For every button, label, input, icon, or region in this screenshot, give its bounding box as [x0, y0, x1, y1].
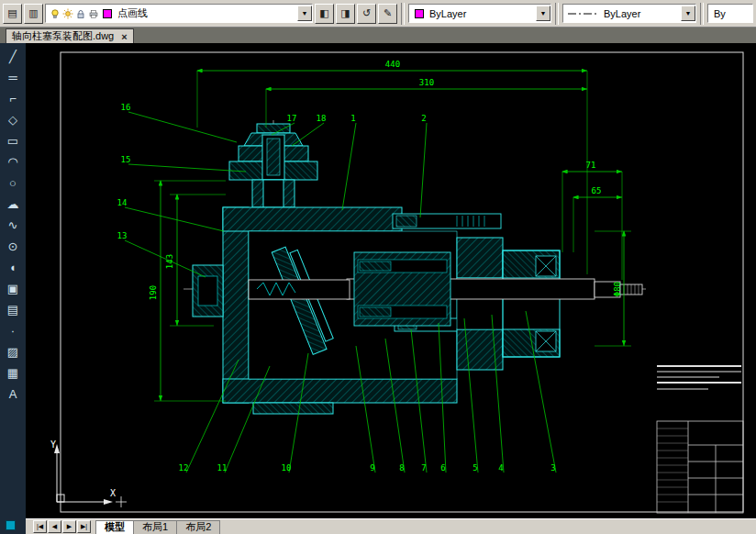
- layout-tab-模型[interactable]: 模型: [95, 520, 134, 534]
- dimension-143: 143: [165, 254, 174, 269]
- toolbar-separator: [700, 3, 704, 25]
- layout-tabs: 模型布局1布局2: [95, 520, 219, 534]
- rectangle-tool-button[interactable]: ▭: [2, 130, 24, 150]
- layer-states-button[interactable]: ▥: [24, 4, 43, 24]
- callout-6: 6: [440, 463, 445, 473]
- draw-toolbar: ╱═⌐◇▭◠○☁∿⊙◖▣▤∙▨▦A: [0, 43, 26, 534]
- layer-update-button[interactable]: ↺: [357, 4, 376, 24]
- lineweight-value: By: [714, 8, 726, 19]
- toolbar-separator: [555, 3, 559, 25]
- construction-line-tool-button[interactable]: ═: [2, 67, 24, 87]
- pump-top-cap: [229, 124, 317, 207]
- title-block: [657, 421, 743, 513]
- layer-edit-button[interactable]: ✎: [378, 4, 397, 24]
- color-swatch: [415, 9, 424, 18]
- callout-leader-14: [125, 207, 224, 231]
- linetype-combo[interactable]: ByLayer ▼: [562, 4, 696, 23]
- callout-9: 9: [370, 463, 374, 473]
- callout-leader-15: [128, 164, 246, 172]
- callout-13: 13: [117, 231, 128, 240]
- right-housing: [457, 238, 560, 370]
- polygon-tool-button[interactable]: ◇: [2, 109, 24, 129]
- color-combo-arrow[interactable]: ▼: [536, 6, 550, 21]
- arc-tool-button[interactable]: ◠: [2, 151, 24, 172]
- dimension-190: 190: [149, 285, 158, 300]
- color-combo[interactable]: ByLayer ▼: [408, 4, 551, 23]
- file-tab-title: 轴向柱塞泵装配图.dwg: [12, 29, 114, 43]
- toolbar-separator: [401, 3, 405, 25]
- spline-tool-button[interactable]: ∿: [2, 215, 24, 235]
- linetype-value: ByLayer: [604, 8, 640, 19]
- region-tool-button[interactable]: ▦: [2, 362, 24, 383]
- bulb-icon[interactable]: [49, 7, 61, 20]
- layout-nav-button-0[interactable]: |◀: [33, 520, 47, 533]
- callout-12: 12: [179, 463, 189, 473]
- layout-nav-button-3[interactable]: ▶|: [77, 520, 91, 533]
- pump-assembly-drawing: Y X 161514131718121211109876543440310716…: [26, 43, 756, 518]
- color-value: ByLayer: [429, 8, 466, 19]
- layer-color-swatch: [103, 9, 112, 18]
- callout-4: 4: [498, 463, 503, 473]
- layout-nav: |◀◀▶▶|: [33, 520, 91, 533]
- make-object-layer-current-button[interactable]: ◧: [315, 4, 334, 24]
- layout-tab-布局1[interactable]: 布局1: [133, 520, 177, 534]
- callout-17: 17: [287, 114, 297, 123]
- dimension-310: 310: [419, 78, 434, 87]
- callout-leader-12: [186, 360, 239, 473]
- file-tab-bar: 轴向柱塞泵装配图.dwg ×: [0, 28, 756, 43]
- callout-15: 15: [121, 155, 131, 164]
- line-tool-button[interactable]: ╱: [2, 46, 24, 66]
- dimension-Φ80: Φ80: [613, 282, 622, 296]
- drawing-canvas[interactable]: Y X 161514131718121211109876543440310716…: [26, 43, 756, 518]
- callout-leader-2: [420, 123, 427, 217]
- callout-3: 3: [550, 463, 555, 473]
- callout-8: 8: [399, 463, 404, 473]
- circle-tool-button[interactable]: ○: [2, 172, 24, 193]
- layout-tab-布局2[interactable]: 布局2: [176, 520, 220, 534]
- text-tool-button[interactable]: A: [2, 384, 24, 404]
- make-block-tool-button[interactable]: ▤: [2, 299, 24, 319]
- printer-icon[interactable]: [87, 7, 100, 20]
- lock-icon[interactable]: [74, 7, 87, 20]
- input-shaft: [249, 280, 350, 299]
- callout-18: 18: [317, 114, 327, 123]
- polyline-tool-button[interactable]: ⌐: [2, 88, 24, 108]
- callout-11: 11: [217, 463, 228, 473]
- callout-10: 10: [282, 463, 292, 473]
- callout-14: 14: [117, 198, 128, 207]
- palette-color-chip: [6, 520, 16, 530]
- linetype-combo-arrow[interactable]: ▼: [681, 6, 695, 21]
- dimension-71: 71: [586, 161, 596, 170]
- hatch-tool-button[interactable]: ▨: [2, 341, 24, 362]
- callout-7: 7: [421, 463, 426, 473]
- dash-dot-linetype-icon: [566, 7, 601, 20]
- ellipse-tool-button[interactable]: ⊙: [2, 236, 24, 256]
- callout-16: 16: [121, 103, 131, 112]
- layout-nav-button-1[interactable]: ◀: [48, 520, 61, 533]
- ellipse-arc-tool-button[interactable]: ◖: [2, 257, 24, 277]
- dimension-440: 440: [385, 60, 400, 69]
- layer-previous-button[interactable]: ◨: [336, 4, 355, 24]
- layer-combo[interactable]: 点画线 ▼: [45, 4, 313, 23]
- layer-combo-arrow[interactable]: ▼: [297, 6, 312, 21]
- close-tab-icon[interactable]: ×: [121, 31, 127, 42]
- ucs-icon: [54, 444, 127, 507]
- callout-leader-1: [342, 123, 356, 210]
- drawing-file-tab[interactable]: 轴向柱塞泵装配图.dwg ×: [6, 28, 134, 43]
- layout-nav-button-2[interactable]: ▶: [62, 520, 76, 533]
- sun-icon[interactable]: [61, 7, 74, 20]
- revision-cloud-tool-button[interactable]: ☁: [2, 194, 24, 214]
- ucs-x-label: X: [110, 488, 116, 498]
- callout-leader-16: [128, 112, 237, 142]
- callout-1: 1: [350, 114, 355, 123]
- callout-2: 2: [421, 114, 426, 123]
- lineweight-combo[interactable]: By: [707, 4, 753, 23]
- dimension-65: 65: [592, 186, 602, 195]
- cylinder-block: [354, 252, 450, 326]
- layer-properties-button[interactable]: ▤: [3, 4, 22, 24]
- callout-5: 5: [472, 463, 477, 473]
- status-bar: |◀◀▶▶| 模型布局1布局2: [26, 518, 756, 534]
- ucs-y-label: Y: [50, 439, 56, 450]
- point-tool-button[interactable]: ∙: [2, 320, 24, 340]
- insert-block-tool-button[interactable]: ▣: [2, 278, 24, 298]
